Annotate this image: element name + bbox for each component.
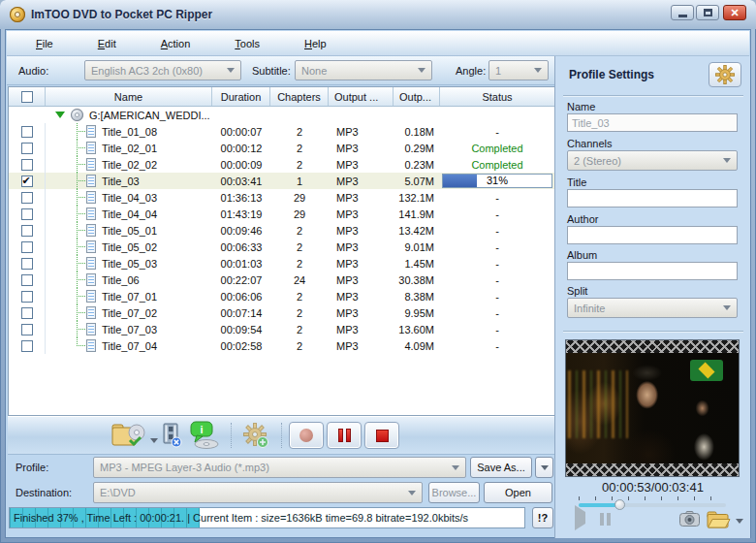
expand-icon[interactable]: [55, 112, 65, 118]
title-chapters: 2: [270, 291, 329, 303]
title-field[interactable]: [567, 189, 738, 208]
menu-bar: File Edit Action Tools Help: [7, 31, 749, 56]
split-combo: Infinite: [567, 298, 738, 318]
title-file-icon: [86, 290, 96, 303]
table-row[interactable]: Title_04_04 01:43:19 29 MP3 141.9M -: [9, 206, 554, 222]
close-button[interactable]: ✕: [723, 5, 746, 20]
preview-time: 00:00:53/00:03:41: [555, 480, 750, 495]
title-output-size: 1.45M: [394, 258, 440, 270]
table-row[interactable]: Title_03 00:03:41 1 MP3 5.07M 31%: [9, 173, 554, 189]
row-checkbox[interactable]: [21, 225, 33, 237]
stop-icon: [376, 430, 389, 442]
add-profile-gear-icon: [242, 422, 269, 449]
row-checkbox[interactable]: [21, 258, 33, 270]
row-checkbox[interactable]: [21, 143, 33, 154]
menu-tools[interactable]: Tools: [235, 38, 260, 49]
maximize-button[interactable]: [696, 5, 719, 20]
menu-action[interactable]: Action: [161, 38, 191, 49]
title-output-format: MP3: [329, 126, 394, 138]
gear-icon: [715, 65, 735, 84]
menu-help[interactable]: Help: [304, 38, 327, 49]
album-field[interactable]: [567, 262, 738, 280]
pause-rip-button[interactable]: [327, 422, 362, 449]
title-name: Title_04_03: [102, 192, 157, 204]
table-row[interactable]: Title_05_01 00:09:46 2 MP3 13.42M -: [9, 222, 554, 239]
row-checkbox[interactable]: [21, 241, 33, 253]
title-output-size: 30.38M: [394, 274, 440, 286]
stop-rip-button[interactable]: [364, 422, 399, 449]
open-button[interactable]: Open: [484, 482, 552, 503]
row-checkbox[interactable]: [21, 159, 33, 171]
row-checkbox[interactable]: [21, 340, 33, 352]
table-row[interactable]: Title_07_04 00:02:58 2 MP3 4.09M -: [9, 337, 554, 354]
divider: [563, 331, 743, 333]
title-output-size: 4.09M: [394, 340, 440, 352]
video-frame: [566, 353, 739, 463]
table-row[interactable]: Title_04_03 01:36:13 29 MP3 132.1M -: [9, 189, 554, 206]
row-checkbox[interactable]: [21, 324, 33, 335]
disc-info-button[interactable]: i: [188, 421, 221, 450]
table-row[interactable]: Title_02_01 00:00:12 2 MP3 0.29M Complet…: [9, 140, 554, 156]
title-name: Title_07_01: [102, 291, 157, 303]
table-row[interactable]: Title_07_01 00:06:06 2 MP3 8.38M -: [9, 288, 554, 304]
video-preview: [565, 339, 740, 477]
profile-settings-button[interactable]: [709, 62, 741, 87]
disc-row[interactable]: G:[AMERICAN_WEDDI...: [9, 107, 554, 123]
title-chapters: 2: [270, 143, 329, 154]
remove-title-button[interactable]: [161, 423, 182, 448]
table-row[interactable]: Title_02_02 00:00:09 2 MP3 0.23M Complet…: [9, 156, 554, 173]
seek-slider[interactable]: [579, 503, 726, 507]
table-row[interactable]: Title_01_08 00:00:07 2 MP3 0.18M -: [9, 123, 554, 140]
title-status: Completed: [440, 140, 554, 156]
row-checkbox[interactable]: [21, 192, 33, 204]
seek-thumb[interactable]: [614, 499, 625, 510]
profile-more-button[interactable]: [535, 457, 553, 478]
folder-dropdown-arrow-icon[interactable]: [736, 519, 743, 524]
row-checkbox[interactable]: [21, 208, 33, 220]
save-as-button[interactable]: Save As...: [470, 457, 532, 478]
menu-edit[interactable]: Edit: [98, 38, 116, 49]
row-checkbox[interactable]: [21, 274, 33, 286]
title-chapters: 2: [270, 307, 329, 319]
title-name: Title_05_03: [102, 258, 157, 270]
table-row[interactable]: Title_05_03 00:01:03 2 MP3 1.45M -: [9, 255, 554, 272]
minimize-button[interactable]: [671, 5, 694, 20]
title-chapters: 1: [270, 176, 329, 187]
title-chapters: 2: [270, 126, 329, 138]
table-row[interactable]: Title_07_03 00:09:54 2 MP3 13.60M -: [9, 321, 554, 337]
row-checkbox[interactable]: [21, 307, 33, 319]
title-output-format: MP3: [329, 274, 394, 286]
panel-title: Profile Settings: [569, 68, 654, 81]
title-status: -: [440, 337, 554, 354]
title-duration: 00:00:12: [212, 143, 270, 154]
toolbar-separator: [231, 423, 232, 448]
col-status: Status: [440, 87, 554, 106]
row-checkbox[interactable]: [21, 126, 33, 138]
subtitle-combo: None: [295, 60, 432, 80]
table-row[interactable]: Title_06 00:22:07 24 MP3 30.38M -: [9, 272, 554, 288]
row-checkbox[interactable]: [21, 176, 33, 187]
title-name: Title_02_01: [102, 143, 157, 154]
title-file-icon: [86, 158, 96, 171]
row-checkbox[interactable]: [21, 291, 33, 303]
table-row[interactable]: Title_05_02 00:06:33 2 MP3 9.01M -: [9, 239, 554, 255]
audio-combo: English AC3 2ch (0x80): [84, 60, 241, 80]
dropdown-arrow-icon: [534, 68, 542, 73]
name-field: [567, 113, 738, 132]
title-duration: 00:22:07: [212, 274, 270, 286]
author-field[interactable]: [567, 226, 738, 244]
open-dvd-button[interactable]: [110, 420, 147, 451]
destination-label: Destination:: [16, 487, 72, 498]
table-row[interactable]: Title_07_02 00:07:14 2 MP3 9.95M -: [9, 304, 554, 321]
title-status: -: [440, 222, 554, 239]
tree-connector: [77, 197, 85, 198]
snapshot-button[interactable]: [679, 511, 700, 527]
help-button[interactable]: !?: [532, 507, 553, 528]
menu-file[interactable]: File: [36, 38, 53, 49]
open-output-folder-button[interactable]: [707, 511, 731, 528]
select-all-checkbox[interactable]: [21, 91, 33, 103]
title-name: Title_03: [102, 176, 140, 187]
title-status: -: [440, 288, 554, 304]
open-dvd-dropdown-arrow-icon[interactable]: [150, 438, 158, 443]
title-duration: 00:06:33: [212, 241, 270, 253]
